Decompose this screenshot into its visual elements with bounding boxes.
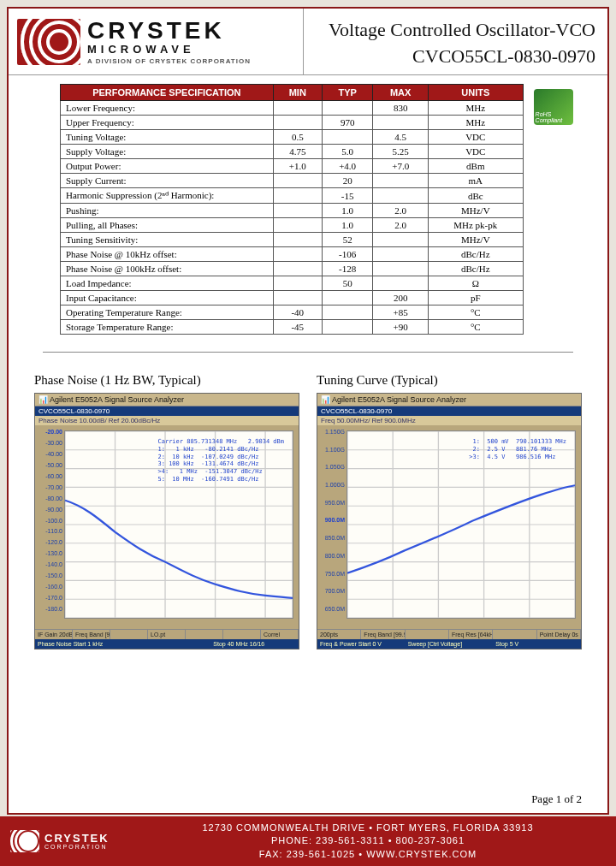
col-param: PERFORMANCE SPECIFICATION [61,85,274,101]
header: CRYSTEK MICROWAVE A DIVISION OF CRYSTEK … [9,9,607,75]
table-row: Phase Noise @ 100kHz offset:-128dBc/Hz [61,262,524,276]
logo-text: CRYSTEK MICROWAVE A DIVISION OF CRYSTEK … [87,19,251,65]
doc-title: Voltage Controlled Oscillator-VCO CVCO55… [304,9,607,74]
spec-label: Load Impedance: [61,276,274,291]
spec-units: MHz [428,116,523,130]
spec-max: 4.5 [373,130,429,145]
spec-max [373,262,429,276]
col-min: MIN [273,85,322,101]
spec-min [273,188,322,204]
spec-max: 830 [373,101,429,116]
spec-max: 2.0 [373,218,429,233]
marker-readout: 1: 500 mV 790.101333 MHz 2: 2.5 V 881.76… [469,438,566,460]
table-row: Pulling, all Phases:1.02.0MHz pk-pk [61,218,524,233]
separator [43,352,573,353]
spec-max: 5.25 [373,145,429,159]
spec-min [273,101,322,116]
spec-typ: 1.0 [322,204,372,218]
spec-label: Input Capacitance: [61,291,274,305]
spec-typ: -128 [322,262,372,276]
footer-logo-main: CRYSTEK [44,833,110,844]
spec-min [273,262,322,276]
spec-min [273,233,322,247]
footer-line2: PHONE: 239-561-3311 • 800-237-3061 [130,834,606,847]
table-row: Output Power:+1.0+4.0+7.0dBm [61,159,524,174]
col-max: MAX [373,85,429,101]
spec-min [273,276,322,291]
spec-units: dBc [428,188,523,204]
y-axis-labels: 1.150G1.100G1.050G1.000G950.0M900.0M850.… [319,429,345,612]
spec-label: Harmonic Suppression (2ⁿᵈ Harmonic): [61,188,274,204]
spec-units: dBc/Hz [428,247,523,262]
spec-label: Phase Noise @ 100kHz offset: [61,262,274,276]
title-line2: CVCO55CL-0830-0970 [316,44,595,70]
spec-min: 4.75 [273,145,322,159]
footer-logo: CRYSTEK CORPORATION [10,830,130,852]
page-number: Page 1 of 2 [531,792,582,806]
spec-units: VDC [428,130,523,145]
spec-units: mA [428,174,523,188]
spec-max [373,188,429,204]
table-row: Phase Noise @ 10kHz offset:-106dBc/Hz [61,247,524,262]
spec-units: MHz [428,101,523,116]
spec-label: Tuning Sensitivity: [61,233,274,247]
col-units: UNITS [428,85,523,101]
spec-label: Operating Temperature Range: [61,305,274,320]
spec-typ: 52 [322,233,372,247]
rohs-badge-icon [534,89,573,125]
logo-sub: MICROWAVE [87,43,251,56]
table-row: Harmonic Suppression (2ⁿᵈ Harmonic):-15d… [61,188,524,204]
col-typ: TYP [322,85,372,101]
spec-label: Storage Temperature Range: [61,320,274,335]
meas-label: Freq 50.00MHz/ Ref 900.0MHz [317,416,581,425]
table-row: Input Capacitance:200pF [61,291,524,305]
footer-line3: FAX: 239-561-1025 • WWW.CRYSTEK.COM [130,848,606,861]
y-axis-labels: -20.00-30.00-40.00-50.00-60.00-70.00-80.… [37,429,62,612]
spec-min [273,291,322,305]
title-line1: Voltage Controlled Oscillator-VCO [316,17,595,44]
spec-min [273,218,322,233]
spec-max: +7.0 [373,159,429,174]
spec-label: Supply Voltage: [61,145,274,159]
analyzer-strip: 200ptsFreq Band [99.9M-1.5G]Freq Res [64… [317,629,581,639]
device-label: CVCO55CL-0830-0970 [35,406,299,416]
spec-area: PERFORMANCE SPECIFICATION MIN TYP MAX UN… [9,75,607,340]
spec-min [273,247,322,262]
analyzer-strip2: Freq & Power Start 0 VSweep [Ctrl Voltag… [317,639,581,649]
table-row: Storage Temperature Range:-45+90°C [61,320,524,335]
spec-units: dBm [428,159,523,174]
spec-units: dBc/Hz [428,262,523,276]
phase-noise-title: Phase Noise (1 Hz BW, Typical) [34,373,299,388]
table-row: Load Impedance:50Ω [61,276,524,291]
spec-typ: +4.0 [322,159,372,174]
spec-units: MHz/V [428,204,523,218]
spec-min: 0.5 [273,130,322,145]
table-row: Tuning Voltage:0.54.5VDC [61,130,524,145]
spec-min: -45 [273,320,322,335]
phase-noise-plot: Carrier 885.731348 MHz 2.9034 dBm 1: 1 k… [64,430,293,619]
table-row: Operating Temperature Range:-40+85°C [61,305,524,320]
logo-tagline: A DIVISION OF CRYSTEK CORPORATION [87,57,251,65]
footer-logo-sub: CORPORATION [44,844,110,850]
spec-typ [322,320,372,335]
footer-line1: 12730 COMMONWEALTH DRIVE • FORT MYERS, F… [130,822,606,834]
charts-row: Phase Noise (1 Hz BW, Typical) 📊 Agilent… [9,365,607,658]
phase-noise-panel: Phase Noise (1 Hz BW, Typical) 📊 Agilent… [34,373,299,650]
spec-min [273,116,322,130]
table-row: Tuning Sensitivity:52MHz/V [61,233,524,247]
plot-wrap: 1.150G1.100G1.050G1.000G950.0M900.0M850.… [317,425,581,629]
spec-typ: -15 [322,188,372,204]
logo-box: CRYSTEK MICROWAVE A DIVISION OF CRYSTEK … [9,9,304,74]
marker-readout: Carrier 885.731348 MHz 2.9034 dBm 1: 1 k… [157,438,284,483]
footer: CRYSTEK CORPORATION 12730 COMMONWEALTH D… [0,816,616,866]
spec-typ [322,305,372,320]
spec-units: °C [428,305,523,320]
spec-typ: 5.0 [322,145,372,159]
spec-units: MHz pk-pk [428,218,523,233]
spec-units: VDC [428,145,523,159]
spec-typ [322,101,372,116]
spec-max [373,174,429,188]
spec-typ: 970 [322,116,372,130]
spec-min: +1.0 [273,159,322,174]
spec-label: Tuning Voltage: [61,130,274,145]
